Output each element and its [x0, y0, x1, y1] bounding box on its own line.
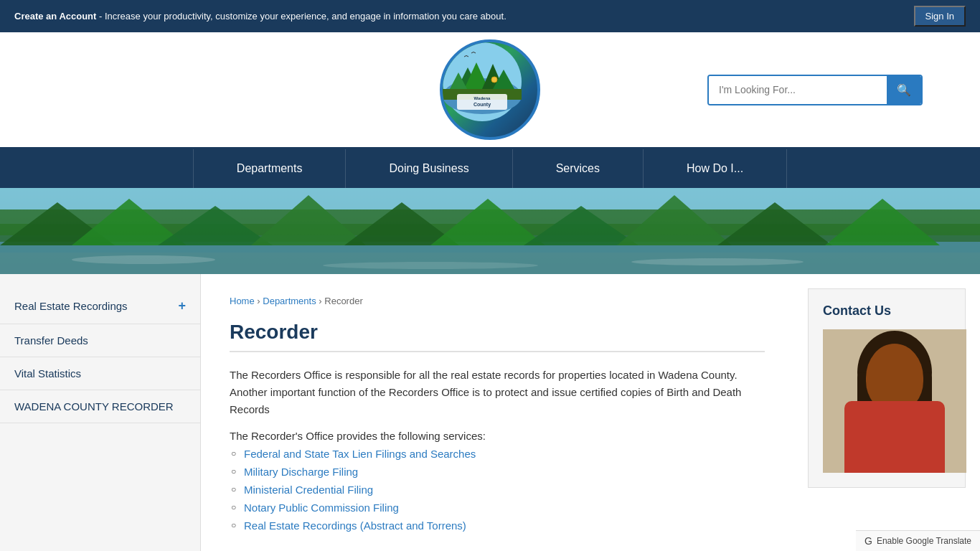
main-content: Home › Departments › Recorder Recorder T…	[201, 274, 793, 551]
google-translate-icon: G	[864, 535, 872, 547]
svg-point-32	[900, 372, 908, 381]
expand-icon: +	[178, 298, 186, 314]
search-button[interactable]: 🔍	[887, 76, 921, 104]
top-bar: Create an Account - Increase your produc…	[0, 0, 980, 32]
svg-point-11	[491, 77, 497, 83]
logo-area: Wadena County	[346, 39, 634, 140]
svg-point-38	[882, 423, 887, 427]
svg-point-25	[72, 255, 215, 264]
service-link-military[interactable]: Military Discharge Filing	[244, 466, 358, 478]
search-box[interactable]: 🔍	[707, 75, 923, 105]
search-input[interactable]	[709, 76, 887, 104]
svg-point-40	[896, 421, 900, 425]
svg-point-26	[323, 262, 538, 269]
svg-text:County: County	[473, 102, 491, 108]
breadcrumb-home[interactable]: Home	[230, 296, 255, 306]
service-link-real-estate[interactable]: Real Estate Recordings (Abstract and Tor…	[244, 519, 466, 532]
svg-rect-36	[886, 410, 903, 424]
sidebar-item-recorder[interactable]: WADENA COUNTY RECORDER	[0, 390, 200, 423]
svg-point-42	[908, 426, 913, 430]
header: Wadena County 🔍	[0, 32, 980, 149]
svg-rect-33	[879, 373, 892, 382]
nav-doing-business[interactable]: Doing Business	[346, 149, 512, 188]
svg-point-30	[866, 348, 923, 414]
nav-how-do-i[interactable]: How Do I...	[644, 149, 787, 188]
sidebar-item-real-estate-label: Real Estate Recordings	[14, 300, 128, 312]
services-intro: The Recorder's Office provides the follo…	[230, 430, 765, 442]
breadcrumb: Home › Departments › Recorder	[230, 296, 765, 306]
nav-services[interactable]: Services	[513, 149, 644, 188]
svg-point-45	[857, 380, 932, 423]
sidebar-item-transfer-deeds[interactable]: Transfer Deeds	[0, 324, 200, 357]
content-paragraph-1: The Recorders Office is responsible for …	[230, 367, 765, 418]
contact-photo-svg	[823, 329, 966, 473]
svg-rect-34	[897, 373, 910, 382]
translate-label: Enable Google Translate	[877, 536, 971, 546]
breadcrumb-current: Recorder	[324, 296, 362, 306]
service-link-ministerial[interactable]: Ministerial Credential Filing	[244, 484, 373, 496]
page-title: Recorder	[230, 321, 765, 352]
page-body: Real Estate Recordings + Transfer Deeds …	[0, 274, 980, 551]
contact-title: Contact Us	[823, 303, 951, 319]
list-item: Federal and State Tax Lien Filings and S…	[244, 448, 765, 460]
breadcrumb-departments[interactable]: Departments	[263, 296, 316, 306]
sidebar-item-real-estate[interactable]: Real Estate Recordings +	[0, 288, 200, 324]
svg-point-37	[877, 426, 881, 430]
service-link-notary[interactable]: Notary Public Commission Filing	[244, 501, 399, 514]
svg-point-27	[631, 258, 804, 265]
right-panel: Contact Us	[793, 274, 980, 551]
list-item: Military Discharge Filing	[244, 466, 765, 478]
svg-point-39	[889, 421, 893, 425]
sidebar-item-vital-statistics[interactable]: Vital Statistics	[0, 357, 200, 390]
svg-rect-44	[844, 430, 945, 473]
nav-departments[interactable]: Departments	[193, 149, 347, 188]
sidebar: Real Estate Recordings + Transfer Deeds …	[0, 274, 201, 551]
svg-text:Wadena: Wadena	[474, 96, 491, 100]
contact-box: Contact Us	[808, 288, 966, 488]
svg-point-43	[844, 423, 945, 473]
list-item: Ministerial Credential Filing	[244, 484, 765, 496]
svg-point-41	[903, 423, 907, 427]
svg-point-29	[857, 331, 932, 414]
service-link-tax-lien[interactable]: Federal and State Tax Lien Filings and S…	[244, 448, 476, 460]
top-bar-message: Create an Account - Increase your produc…	[14, 11, 507, 22]
logo-svg: Wadena County	[443, 42, 522, 121]
hero-svg	[0, 188, 980, 274]
services-list: Federal and State Tax Lien Filings and S…	[230, 448, 765, 532]
svg-rect-46	[857, 372, 868, 415]
translate-bar[interactable]: G Enable Google Translate	[856, 530, 980, 551]
main-nav: Departments Doing Business Services How …	[0, 149, 980, 188]
site-logo[interactable]: Wadena County	[440, 39, 540, 140]
top-bar-tagline: - Increase your productivity, customize …	[96, 11, 506, 22]
search-area: 🔍	[634, 75, 923, 105]
hero-image	[0, 188, 980, 274]
sidebar-item-recorder-label: WADENA COUNTY RECORDER	[14, 400, 174, 413]
sign-in-button[interactable]: Sign In	[914, 6, 966, 27]
svg-point-31	[882, 372, 889, 381]
create-account-link[interactable]: Create an Account	[14, 11, 96, 22]
hero-scene	[0, 188, 980, 274]
svg-rect-47	[921, 372, 932, 415]
list-item: Notary Public Commission Filing	[244, 501, 765, 514]
sidebar-item-transfer-deeds-label: Transfer Deeds	[14, 334, 88, 347]
sidebar-item-vital-statistics-label: Vital Statistics	[14, 367, 81, 380]
contact-photo	[823, 329, 966, 473]
list-item: Real Estate Recordings (Abstract and Tor…	[244, 519, 765, 532]
